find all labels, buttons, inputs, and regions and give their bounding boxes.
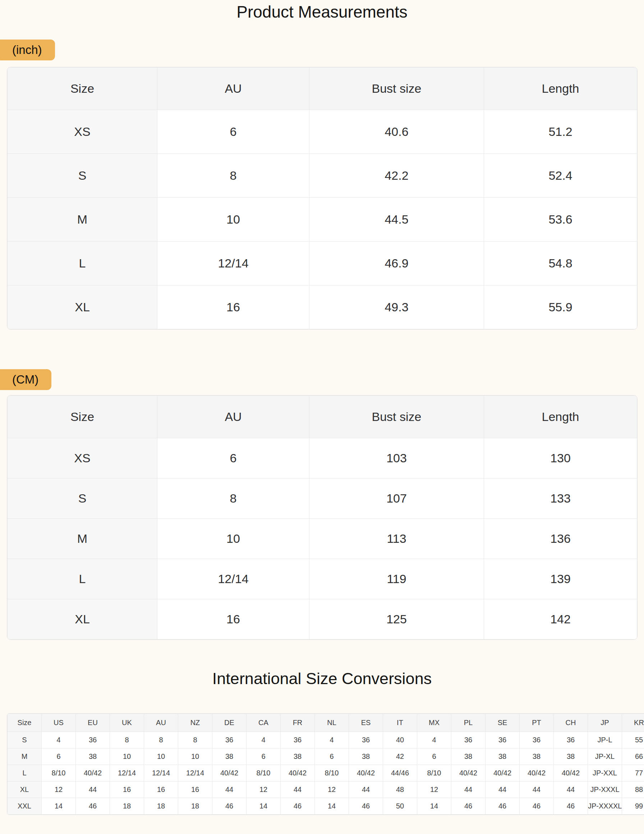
column-header: UK — [110, 714, 144, 732]
size-label-cell: XL — [8, 285, 157, 329]
value-cell: 12/14 — [110, 765, 144, 782]
column-header: AU — [157, 68, 310, 110]
value-cell: 12 — [315, 782, 349, 798]
value-cell: 12 — [247, 782, 281, 798]
value-cell: 8/10 — [315, 765, 349, 782]
value-cell: 40/42 — [520, 765, 554, 782]
inch-measurements-table: SizeAUBust sizeLengthXS640.651.2S842.252… — [7, 67, 637, 329]
table-row: S8107133 — [8, 478, 637, 519]
value-cell: 99 — [622, 798, 644, 815]
value-cell: 55.9 — [484, 285, 637, 329]
column-header: Length — [484, 396, 637, 438]
value-cell: 16 — [178, 782, 212, 798]
value-cell: 42 — [383, 748, 417, 765]
value-cell: 6 — [157, 110, 310, 154]
value-cell: 36 — [212, 732, 247, 748]
value-cell: 8/10 — [42, 765, 76, 782]
value-cell: JP-XXL — [588, 765, 622, 782]
column-header: Bust size — [310, 396, 484, 438]
column-header: SE — [486, 714, 520, 732]
header-row: SizeUSEUUKAUNZDECAFRNLESITMXPLSEPTCHJPKR — [8, 714, 644, 732]
value-cell: 77 — [622, 765, 644, 782]
value-cell: 46 — [212, 798, 247, 815]
value-cell: 4 — [247, 732, 281, 748]
value-cell: 44 — [212, 782, 247, 798]
size-label-cell: XL — [8, 782, 42, 798]
column-header: Size — [8, 396, 157, 438]
value-cell: 38 — [349, 748, 383, 765]
table-row: XL1649.355.9 — [8, 285, 637, 329]
value-cell: 6 — [315, 748, 349, 765]
value-cell: 36 — [451, 732, 486, 748]
value-cell: 8 — [110, 732, 144, 748]
column-header: EU — [76, 714, 110, 732]
cm-measurements-table-container: SizeAUBust sizeLengthXS6103130S8107133M1… — [7, 396, 637, 640]
column-header: AU — [157, 396, 310, 438]
value-cell: 38 — [76, 748, 110, 765]
table-row: L12/14119139 — [8, 559, 637, 599]
size-label-cell: S — [8, 478, 157, 519]
value-cell: 44 — [554, 782, 588, 798]
value-cell: 44 — [520, 782, 554, 798]
column-header: Size — [8, 68, 157, 110]
table-row: L12/1446.954.8 — [8, 242, 637, 285]
value-cell: 46 — [76, 798, 110, 815]
value-cell: 14 — [417, 798, 451, 815]
size-label-cell: L — [8, 765, 42, 782]
value-cell: 6 — [157, 438, 310, 478]
value-cell: 4 — [42, 732, 76, 748]
size-label-cell: XS — [8, 438, 157, 478]
value-cell: JP-L — [588, 732, 622, 748]
value-cell: 18 — [144, 798, 178, 815]
table-row: XL12441616164412441244481244444444JP-XXX… — [8, 782, 644, 798]
value-cell: 8 — [157, 478, 310, 519]
inch-unit-badge: (inch) — [0, 40, 55, 60]
value-cell: JP-XXXL — [588, 782, 622, 798]
value-cell: 10 — [144, 748, 178, 765]
value-cell: 6 — [247, 748, 281, 765]
column-header: JP — [588, 714, 622, 732]
value-cell: 40/42 — [451, 765, 486, 782]
value-cell: 142 — [484, 599, 637, 640]
value-cell: 36 — [554, 732, 588, 748]
value-cell: 54.8 — [484, 242, 637, 285]
column-header: NZ — [178, 714, 212, 732]
table-row: XS640.651.2 — [8, 110, 637, 154]
value-cell: 40/42 — [281, 765, 315, 782]
value-cell: 16 — [144, 782, 178, 798]
size-label-cell: S — [8, 154, 157, 198]
cm-measurements-table: SizeAUBust sizeLengthXS6103130S8107133M1… — [7, 396, 637, 640]
value-cell: 50 — [383, 798, 417, 815]
value-cell: 46 — [451, 798, 486, 815]
value-cell: 42.2 — [310, 154, 484, 198]
value-cell: 44 — [486, 782, 520, 798]
value-cell: 18 — [110, 798, 144, 815]
column-header: CA — [247, 714, 281, 732]
value-cell: 36 — [349, 732, 383, 748]
value-cell: 133 — [484, 478, 637, 519]
value-cell: 44 — [281, 782, 315, 798]
value-cell: 4 — [315, 732, 349, 748]
value-cell: 55 — [622, 732, 644, 748]
value-cell: 40/42 — [554, 765, 588, 782]
value-cell: 16 — [110, 782, 144, 798]
value-cell: 48 — [383, 782, 417, 798]
value-cell: 6 — [42, 748, 76, 765]
value-cell: 12/14 — [178, 765, 212, 782]
table-row: S4368883643643640436363636JP-L55 — [8, 732, 644, 748]
value-cell: 12 — [42, 782, 76, 798]
table-row: M10113136 — [8, 519, 637, 559]
value-cell: 40 — [383, 732, 417, 748]
value-cell: 40/42 — [486, 765, 520, 782]
value-cell: 107 — [310, 478, 484, 519]
value-cell: 36 — [520, 732, 554, 748]
table-row: XS6103130 — [8, 438, 637, 478]
value-cell: 8/10 — [247, 765, 281, 782]
table-row: XL16125142 — [8, 599, 637, 640]
header-row: SizeAUBust sizeLength — [8, 68, 637, 110]
table-row: S842.252.4 — [8, 154, 637, 198]
value-cell: 125 — [310, 599, 484, 640]
column-header: MX — [417, 714, 451, 732]
value-cell: 52.4 — [484, 154, 637, 198]
value-cell: 16 — [157, 285, 310, 329]
